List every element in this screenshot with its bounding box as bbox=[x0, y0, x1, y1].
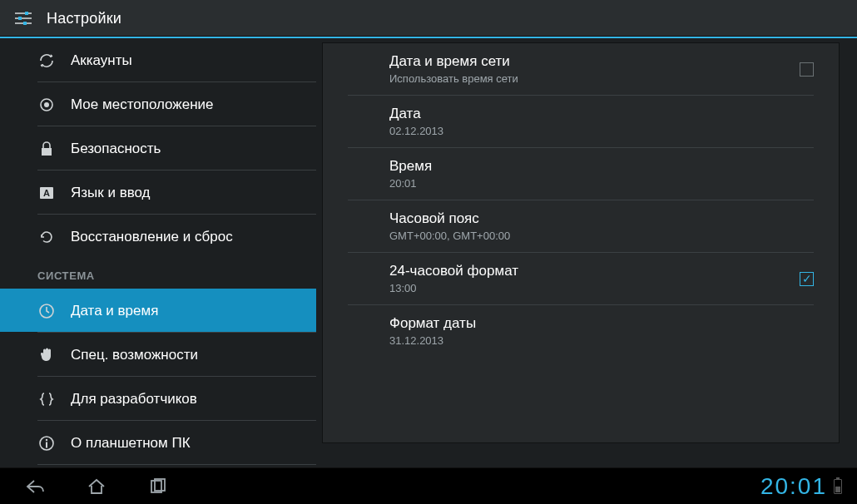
body: Аккаунты Мое местоположение Безопасность bbox=[0, 38, 857, 467]
hand-icon bbox=[37, 346, 56, 364]
svg-rect-14 bbox=[46, 442, 47, 447]
pref-subtitle: 20:01 bbox=[389, 177, 814, 190]
pref-title: 24-часовой формат bbox=[389, 263, 800, 279]
svg-rect-3 bbox=[25, 12, 28, 15]
pref-time[interactable]: Время 20:01 bbox=[323, 148, 839, 200]
location-icon bbox=[37, 96, 56, 114]
svg-text:A: A bbox=[43, 188, 50, 198]
svg-rect-4 bbox=[18, 17, 22, 20]
pref-title: Дата и время сети bbox=[389, 53, 800, 70]
pref-title: Дата bbox=[389, 106, 814, 122]
pref-title: Формат даты bbox=[389, 315, 814, 332]
detail-wrap: Дата и время сети Использовать время сет… bbox=[316, 38, 857, 467]
pref-subtitle: 31.12.2013 bbox=[389, 334, 814, 347]
sidebar-item-about[interactable]: О планшетном ПК bbox=[0, 421, 316, 464]
actionbar: Настройки bbox=[0, 0, 857, 37]
braces-icon bbox=[37, 390, 56, 408]
statusbar-clock[interactable]: 20:01 bbox=[760, 473, 827, 500]
pref-subtitle: 02.12.2013 bbox=[389, 125, 814, 137]
nav-back-button[interactable] bbox=[15, 474, 55, 499]
sidebar-item-label: Для разработчиков bbox=[71, 391, 197, 408]
pref-subtitle: GMT+00:00, GMT+00:00 bbox=[389, 230, 814, 242]
sidebar-item-accessibility[interactable]: Спец. возможности bbox=[0, 333, 316, 376]
svg-point-7 bbox=[44, 102, 49, 107]
sidebar-item-label: Восстановление и сброс bbox=[71, 229, 233, 245]
sidebar-item-security[interactable]: Безопасность bbox=[0, 126, 316, 170]
sidebar-item-label: Спец. возможности bbox=[71, 347, 198, 363]
sidebar-item-developer[interactable]: Для разработчиков bbox=[0, 377, 316, 420]
sidebar-item-backup[interactable]: Восстановление и сброс bbox=[0, 215, 316, 258]
pref-title: Часовой пояс bbox=[389, 210, 814, 227]
pref-subtitle: Использовать время сети bbox=[389, 72, 800, 85]
sidebar: Аккаунты Мое местоположение Безопасность bbox=[0, 38, 316, 467]
language-icon: A bbox=[37, 184, 56, 202]
settings-icon bbox=[12, 7, 35, 30]
sidebar-item-label: Аккаунты bbox=[71, 52, 132, 69]
svg-point-13 bbox=[46, 438, 47, 440]
pref-title: Время bbox=[389, 158, 814, 175]
info-icon bbox=[37, 434, 56, 452]
sidebar-item-label: Безопасность bbox=[71, 141, 161, 157]
clock-icon bbox=[37, 302, 56, 320]
pref-timezone[interactable]: Часовой пояс GMT+00:00, GMT+00:00 bbox=[323, 200, 839, 252]
divider bbox=[37, 464, 316, 465]
sidebar-item-label: О планшетном ПК bbox=[71, 435, 191, 452]
pref-24hour[interactable]: 24-часовой формат 13:00 bbox=[323, 253, 839, 304]
lock-icon bbox=[37, 140, 56, 158]
checkbox[interactable] bbox=[800, 62, 814, 77]
sidebar-item-location[interactable]: Мое местоположение bbox=[0, 82, 316, 126]
sidebar-item-datetime[interactable]: Дата и время bbox=[0, 289, 316, 332]
sidebar-section-header: СИСТЕМА bbox=[0, 258, 316, 289]
actionbar-title: Настройки bbox=[47, 10, 121, 27]
sync-icon bbox=[37, 52, 56, 70]
svg-rect-8 bbox=[42, 148, 52, 156]
sidebar-item-label: Мое местоположение bbox=[71, 96, 214, 113]
sidebar-item-accounts[interactable]: Аккаунты bbox=[0, 38, 316, 82]
restore-icon bbox=[37, 228, 56, 246]
screen: Настройки Аккаунты Мое местоположение bbox=[0, 0, 857, 504]
sidebar-item-language[interactable]: A Язык и ввод bbox=[0, 170, 316, 214]
svg-rect-5 bbox=[23, 22, 27, 25]
pref-subtitle: 13:00 bbox=[389, 282, 800, 294]
nav-home-button[interactable] bbox=[77, 474, 116, 499]
detail-panel: Дата и время сети Использовать время сет… bbox=[323, 43, 839, 442]
navbar: 20:01 bbox=[0, 467, 857, 504]
nav-recent-button[interactable] bbox=[138, 474, 178, 499]
pref-date-format[interactable]: Формат даты 31.12.2013 bbox=[323, 305, 839, 357]
battery-icon bbox=[834, 479, 842, 494]
pref-date[interactable]: Дата 02.12.2013 bbox=[323, 96, 839, 147]
checkbox[interactable] bbox=[800, 272, 814, 286]
sidebar-item-label: Язык и ввод bbox=[71, 185, 151, 201]
pref-network-time[interactable]: Дата и время сети Использовать время сет… bbox=[323, 43, 839, 95]
sidebar-item-label: Дата и время bbox=[71, 303, 158, 319]
